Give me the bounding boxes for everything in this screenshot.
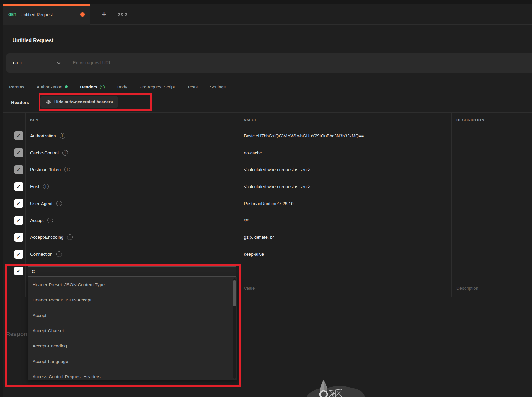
unsaved-changes-dot — [80, 12, 85, 17]
row-checkbox[interactable]: ✓ — [14, 199, 23, 208]
header-row: ✓ Accept-Encoding i gzip, deflate, br — [3, 229, 532, 246]
tab-tests[interactable]: Tests — [187, 84, 198, 89]
row-checkbox[interactable]: ✓ — [14, 216, 23, 225]
header-autocomplete-dropdown: Header Preset: JSON Content TypeHeader P… — [28, 277, 237, 380]
header-row: ✓ Cache-Control i no-cache — [3, 144, 532, 161]
header-key: Accept — [30, 218, 44, 223]
header-value: <calculated when request is sent> — [244, 184, 310, 189]
info-icon: i — [67, 234, 73, 240]
row-checkbox[interactable]: ✓ — [14, 233, 23, 242]
tab-params[interactable]: Params — [9, 84, 24, 89]
request-title: Untitled Request — [13, 38, 53, 44]
eye-off-icon — [46, 99, 51, 105]
header-value: */* — [244, 218, 249, 223]
autocomplete-item[interactable]: Accept-Charset — [28, 323, 237, 338]
row-checkbox[interactable]: ✓ — [14, 148, 23, 157]
new-tab-button[interactable]: + — [98, 4, 110, 25]
request-tab[interactable]: GET Untitled Request — [3, 4, 90, 25]
autocomplete-item[interactable]: Accept-Encoding — [28, 338, 237, 354]
tab-settings[interactable]: Settings — [210, 84, 226, 89]
row-checkbox[interactable]: ✓ — [14, 165, 23, 174]
autocomplete-item[interactable]: Header Preset: JSON Content Type — [28, 277, 237, 292]
header-row: ✓ Connection i keep-alive — [3, 246, 532, 263]
tab-headers[interactable]: Headers(9) — [80, 84, 105, 89]
tab-method-label: GET — [8, 12, 16, 17]
header-value: <calculated when request is sent> — [244, 167, 310, 172]
tab-authorization[interactable]: Authorization — [37, 84, 68, 89]
header-row: ✓ User-Agent i PostmanRuntime/7.26.10 — [3, 195, 532, 212]
header-row: ✓ Postman-Token i <calculated when reque… — [3, 161, 532, 178]
window-top-strip — [0, 0, 532, 4]
hide-auto-generated-headers-button[interactable]: Hide auto-generated headers — [40, 96, 118, 108]
header-row: ✓ Accept i */* — [3, 212, 532, 229]
tab-body[interactable]: Body — [117, 84, 127, 89]
value-placeholder: Value — [244, 286, 255, 291]
header-value: keep-alive — [244, 252, 264, 257]
header-key: Connection — [30, 252, 52, 257]
header-row: ✓ Authorization i Basic cHZhbGxlQGV4YW1w… — [3, 127, 532, 144]
row-checkbox[interactable]: ✓ — [14, 131, 23, 140]
info-icon: i — [60, 133, 65, 139]
header-key: Accept-Encoding — [30, 235, 63, 240]
green-status-dot — [65, 85, 68, 88]
info-icon: i — [47, 218, 53, 223]
header-key: User-Agent — [30, 201, 52, 206]
url-input[interactable]: Enter request URL — [66, 53, 532, 73]
row-checkbox[interactable]: ✓ — [14, 182, 23, 191]
header-value: no-cache — [244, 150, 262, 155]
headers-table: KEY VALUE DESCRIPTION ✓ Authorization i … — [3, 112, 532, 297]
row-checkbox[interactable]: ✓ — [14, 250, 23, 259]
new-header-key-input[interactable]: C — [28, 266, 236, 277]
info-icon: i — [43, 184, 49, 189]
dropdown-scrollbar[interactable] — [233, 278, 236, 379]
info-icon: i — [56, 251, 62, 257]
autocomplete-item[interactable]: Access-Control-Request-Headers — [28, 369, 237, 380]
column-header-key: KEY — [30, 118, 39, 122]
sidebar-edge — [0, 0, 3, 397]
header-key: Authorization — [30, 133, 56, 138]
table-header-row: KEY VALUE DESCRIPTION — [3, 112, 532, 127]
info-icon: i — [56, 201, 62, 206]
section-divider — [3, 49, 532, 49]
header-key: Postman-Token — [30, 167, 61, 172]
header-row: ✓ Host i <calculated when request is sen… — [3, 178, 532, 195]
ellipsis-icon — [118, 13, 120, 16]
row-checkbox[interactable]: ✓ — [14, 267, 23, 275]
tab-count-badge: (9) — [99, 84, 105, 89]
chevron-down-icon — [57, 60, 61, 64]
autocomplete-item[interactable]: Accept-Language — [28, 354, 237, 369]
header-value: gzip, deflate, br — [244, 235, 274, 240]
tab-pre-request-script[interactable]: Pre-request Script — [140, 84, 175, 89]
info-icon: i — [64, 167, 70, 172]
hide-button-label: Hide auto-generated headers — [54, 100, 113, 104]
info-icon: i — [62, 150, 68, 156]
url-placeholder: Enter request URL — [73, 60, 112, 66]
header-key: Cache-Control — [30, 150, 59, 155]
header-value: PostmanRuntime/7.26.10 — [244, 201, 293, 206]
column-header-value: VALUE — [244, 118, 257, 122]
headers-section-title: Headers — [11, 100, 29, 105]
postman-request-window: GET Untitled Request + Untitled Request … — [0, 0, 532, 397]
url-bar: GET Enter request URL — [6, 53, 532, 73]
request-nav-tabs: ParamsAuthorizationHeaders(9)BodyPre-req… — [3, 82, 532, 92]
autocomplete-item[interactable]: Accept — [28, 308, 237, 323]
column-header-description: DESCRIPTION — [456, 118, 484, 122]
scrollbar-thumb[interactable] — [233, 280, 236, 306]
autocomplete-item[interactable]: Header Preset: JSON Accept — [28, 292, 237, 308]
method-select-value: GET — [13, 60, 23, 66]
rocket-illustration — [302, 376, 369, 397]
tab-title: Untitled Request — [21, 12, 53, 17]
header-value: Basic cHZhbGxlQGV4YW1wbGUuY29tOnBhc3N3b3… — [244, 133, 364, 138]
method-select[interactable]: GET — [6, 53, 66, 73]
description-placeholder: Description — [456, 286, 478, 291]
header-key: Host — [30, 184, 39, 189]
tab-options-button[interactable] — [116, 4, 129, 25]
